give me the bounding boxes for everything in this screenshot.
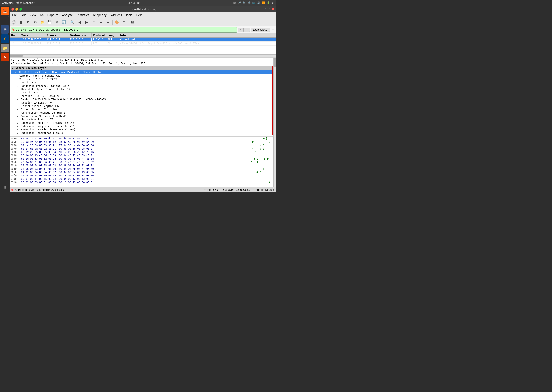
sidebar-icon-apps[interactable]: ⠿	[1, 184, 9, 192]
window-max-btn[interactable]	[19, 8, 22, 11]
window-min-btn[interactable]	[15, 8, 18, 11]
hex-offset: 0110	[11, 181, 21, 184]
random-section[interactable]: ▶ Random: 53435b909d9b720bbc0cbc2b92a848…	[11, 98, 272, 101]
comp-methods-arrow: ▶	[17, 115, 19, 118]
pkt-info: 443 → 37434 [ACK] Seq=1 Ack=226 Win=4480…	[119, 42, 276, 45]
hex-offset: 0050	[11, 140, 21, 143]
hex-bytes: c0 04 00 2f 00 96 00 41 c0 11 c0 07 c0 0…	[21, 161, 247, 164]
tb-reload-btn[interactable]: 🔄	[61, 19, 67, 26]
ext-ec-section[interactable]: ▶ Extension: ec_point_formats (len=4)	[11, 121, 272, 125]
ssl-section-header[interactable]: ▼ Secure Sockets Layer	[11, 66, 272, 70]
cipher-suites-section[interactable]: ▶ Cipher Suites (51 suites)	[11, 108, 272, 111]
pkt-dst: 127.0.0.1	[69, 42, 91, 45]
vscrollbar-thumb[interactable]	[274, 58, 276, 67]
record-info: Record Layer (ssl.record), 225 bytes	[18, 189, 64, 191]
win-icon3[interactable]: ✕	[272, 7, 274, 11]
detail-vscrollbar[interactable]	[273, 58, 276, 187]
packet-row[interactable]: 41 116.631823525 127.0.0.1 127.0.0.1 TLS…	[10, 38, 276, 42]
sidebar-icon-files[interactable]: 📁	[1, 44, 9, 52]
statusbar-right: Packets: 55 · Displayed: 35 (63.6%) Prof…	[203, 189, 274, 191]
menu-wireless[interactable]: Wireless	[109, 13, 124, 17]
detail-version: Version: TLS 1.1 (0x0302)	[11, 77, 272, 81]
detail-area: ▶ Internet Protocol Version 4, Src: 127.…	[10, 58, 276, 187]
settings-icon[interactable]: ⚙	[272, 1, 274, 4]
hex-offset: 0090	[11, 154, 21, 157]
battery-icon: 🔋	[267, 1, 270, 4]
hscrollbar-thumb[interactable]	[10, 55, 23, 57]
expression-btn[interactable]: Expression...	[251, 28, 270, 32]
filter-arrow-btn[interactable]: →	[244, 28, 250, 32]
comp-methods-section[interactable]: ▶ Compression Methods (1 method)	[11, 114, 272, 118]
filter-input[interactable]	[16, 28, 236, 31]
menu-view[interactable]: View	[28, 13, 38, 17]
tb-first-btn[interactable]: ⏮	[98, 19, 105, 26]
statusbar: ⚠ Record Layer (ssl.record), 225 bytes P…	[10, 187, 276, 192]
tls-record-row[interactable]: ▼ TLSv1.1 Record Layer: Handshake Protoc…	[11, 70, 272, 74]
sidebar-icon-wireshark[interactable]: 🦈	[1, 25, 9, 34]
tb-restart-btn[interactable]: ↺	[25, 19, 32, 26]
hex-bytes: 04 cc 16 0a 85 03 90 9f 77 04 33 d4 de 0…	[21, 144, 247, 147]
window-close-btn[interactable]	[11, 8, 14, 11]
tb-color-btn[interactable]: 🎨	[113, 19, 120, 26]
packet-row[interactable]: 42 116.631828069 127.0.0.1 127.0.0.1 TCP…	[10, 42, 276, 46]
menu-tools[interactable]: Tools	[124, 13, 134, 17]
tb-stop-btn[interactable]: ■	[18, 19, 24, 26]
ssl-arrow: ▼	[12, 67, 13, 69]
menu-analyze[interactable]: Analyze	[61, 13, 75, 17]
ext-groups-section[interactable]: ▶ Extension: supported_groups (len=52)	[11, 125, 272, 128]
hex-row: 00a0 c0 1e 00 33 00 32 00 9a 00 99 00 45…	[10, 157, 273, 161]
hex-bytes: 00 05 00 04 00 15 00 12 00 09 00 14 00 1…	[21, 164, 247, 167]
hex-ascii: I	[247, 168, 273, 170]
statusbar-left: ⚠ Record Layer (ssl.record), 225 bytes	[11, 189, 64, 191]
tb-zoom-btn[interactable]: ⊕	[121, 19, 127, 26]
keyboard-icon: ⌨	[232, 1, 236, 4]
hex-ascii: 3 2 E D	[247, 157, 273, 160]
tb-options-btn[interactable]: ⚙	[32, 19, 39, 26]
status-dot	[11, 189, 14, 191]
ip-section-header[interactable]: ▶ Internet Protocol Version 4, Src: 127.…	[11, 58, 273, 61]
tcp-section-header[interactable]: ▶ Transmission Control Protocol, Src Por…	[11, 62, 273, 65]
sidebar-icon-thunderbird[interactable]: ⚡	[1, 35, 9, 43]
detail-cipher-len: Cipher Suites Length: 102	[11, 105, 272, 108]
activities-btn[interactable]: Activities	[2, 1, 14, 4]
sidebar-icon-firefox[interactable]: 🦊	[1, 7, 9, 15]
hex-bytes: 00 0c 00 18 00 09 00 0a 00 16 00 17 00 0…	[21, 174, 247, 177]
hex-row: 0060 04 cc 16 0a 85 03 90 9f 77 04 33 d4…	[10, 144, 273, 147]
hex-row: 0070 c0 14 c0 0a c0 22 c0 21 00 39 00 38…	[10, 147, 273, 150]
hex-row: 0050 90 9d 9b 72 0b bc 0c bc 2b 92 a8 48…	[10, 140, 273, 144]
tb-search-btn[interactable]: 🔍	[69, 19, 76, 26]
menu-capture[interactable]: Capture	[46, 13, 60, 17]
menu-go[interactable]: Go	[38, 13, 45, 17]
tb-last-btn[interactable]: ⏭	[105, 19, 112, 26]
tb-close-btn[interactable]: ✕	[53, 19, 60, 26]
filter-plus-btn[interactable]: +	[271, 28, 275, 32]
main-layout: 🦊 $ 🦈 ⚡ 📁 A ⠿ heartbleed.pcapng ⊟ ⊡ ✕ Fi…	[0, 6, 276, 192]
menu-help[interactable]: Help	[134, 13, 144, 17]
tb-next-btn[interactable]: ▶	[83, 19, 90, 26]
ext-session-section[interactable]: ▶ Extension: SessionTicket TLS (len=0)	[11, 128, 272, 131]
handshake-section[interactable]: ▼ Handshake Protocol: Client Hello	[11, 84, 272, 88]
win-icon2: ⊡	[269, 7, 271, 11]
sidebar-icon-terminal[interactable]: $	[1, 16, 9, 24]
hex-ascii	[247, 164, 273, 167]
menu-file[interactable]: File	[11, 13, 19, 17]
tb-columns-btn[interactable]: ⊞	[129, 19, 136, 26]
packet-list-hscrollbar[interactable]	[10, 54, 276, 57]
packet-list-header: No. Time Source Destination Protocol Len…	[10, 33, 276, 38]
sidebar-icon-software[interactable]: A	[1, 53, 9, 61]
menu-statistics[interactable]: Statistics	[75, 13, 91, 17]
displayed-count: Displayed: 35 (63.6%)	[222, 189, 250, 191]
ip-label: Internet Protocol Version 4, Src: 127.0.…	[13, 58, 103, 61]
filter-actions: × →	[238, 28, 250, 32]
tb-save-btn[interactable]: 💾	[46, 19, 53, 26]
tb-jump-btn[interactable]: ⤴	[91, 19, 97, 26]
ext-heartbeat-section[interactable]: ▶ Extension: heartbeat (len=1)	[11, 131, 272, 135]
menu-edit[interactable]: Edit	[19, 13, 28, 17]
tb-prev-btn[interactable]: ◀	[76, 19, 83, 26]
random-arrow: ▶	[17, 98, 19, 101]
mic-icon: 🎤	[238, 1, 241, 4]
tb-open-btn[interactable]: 📂	[39, 19, 46, 26]
detail-comp-methods-len: Compression Methods Length: 1	[11, 111, 272, 114]
filter-clear-btn[interactable]: ×	[238, 28, 243, 32]
menu-telephony[interactable]: Telephony	[91, 13, 108, 17]
